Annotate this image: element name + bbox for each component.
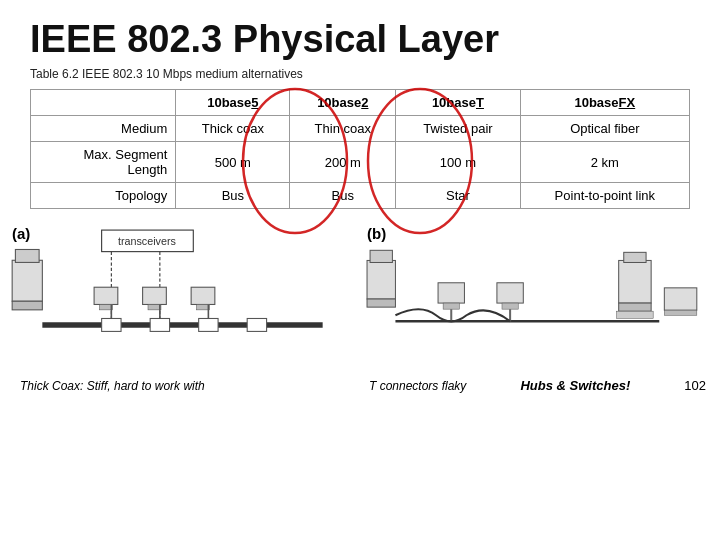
right-caption: T connectors flaky (369, 379, 466, 393)
svg-rect-38 (664, 310, 696, 315)
label-b: (b) (367, 225, 386, 242)
cell-length-fx: 2 km (520, 142, 689, 183)
left-caption: Thick Coax: Stiff, hard to work with (10, 379, 355, 393)
svg-rect-34 (624, 252, 646, 262)
row-label-topology: Topology (31, 183, 176, 209)
svg-rect-8 (102, 318, 121, 331)
svg-rect-9 (150, 318, 169, 331)
svg-rect-18 (148, 304, 161, 309)
svg-rect-4 (12, 301, 42, 310)
cell-topology-5: Bus (176, 183, 290, 209)
col-header-empty (31, 90, 176, 116)
col-header-10baseT: 10baseT (396, 90, 521, 116)
col-header-10baseFX: 10baseFX (520, 90, 689, 116)
cell-topology-2: Bus (290, 183, 396, 209)
cell-medium-t: Twisted pair (396, 116, 521, 142)
thick-coax-diagram: transceivers (10, 223, 355, 373)
table-row: Topology Bus Bus Star Point-to-point lin… (31, 183, 690, 209)
bottom-section: (a) transceivers (0, 213, 720, 393)
cell-length-2: 200 m (290, 142, 396, 183)
right-diagram: (b) (365, 223, 710, 393)
cell-topology-fx: Point-to-point link (520, 183, 689, 209)
svg-rect-11 (247, 318, 266, 331)
svg-rect-31 (502, 303, 518, 309)
label-a: (a) (12, 225, 30, 242)
svg-rect-27 (438, 283, 464, 303)
cell-length-5: 500 m (176, 142, 290, 183)
svg-text:transceivers: transceivers (118, 235, 176, 247)
data-table: 10base5 10base2 10baseT 10baseFX Medium … (0, 89, 720, 209)
cell-medium-fx: Optical fiber (520, 116, 689, 142)
svg-rect-23 (367, 260, 395, 299)
thin-coax-diagram (365, 223, 710, 373)
row-label-medium: Medium (31, 116, 176, 142)
left-diagram: (a) transceivers (10, 223, 355, 393)
cell-medium-5: Thick coax (176, 116, 290, 142)
svg-rect-37 (664, 288, 696, 310)
svg-rect-14 (94, 287, 118, 304)
page-number: 102 (684, 378, 706, 393)
table-subtitle: Table 6.2 IEEE 802.3 10 Mbps medium alte… (0, 67, 720, 89)
svg-rect-2 (12, 260, 42, 301)
svg-rect-28 (443, 303, 459, 309)
cell-length-t: 100 m (396, 142, 521, 183)
table-row: Max. SegmentLength 500 m 200 m 100 m 2 k… (31, 142, 690, 183)
svg-rect-20 (191, 287, 215, 304)
svg-rect-35 (619, 303, 651, 311)
table-row: Medium Thick coax Thin coax Twisted pair… (31, 116, 690, 142)
col-header-10base5: 10base5 (176, 90, 290, 116)
row-label-length: Max. SegmentLength (31, 142, 176, 183)
svg-rect-24 (370, 250, 392, 262)
hubs-note: Hubs & Switches! (520, 378, 630, 393)
svg-rect-21 (197, 304, 210, 309)
cell-topology-t: Star (396, 183, 521, 209)
svg-rect-17 (143, 287, 167, 304)
svg-rect-33 (619, 260, 651, 303)
page-title: IEEE 802.3 Physical Layer (0, 0, 720, 67)
svg-rect-10 (199, 318, 218, 331)
svg-rect-3 (15, 249, 39, 262)
col-header-10base2: 10base2 (290, 90, 396, 116)
svg-rect-15 (99, 304, 112, 309)
svg-rect-30 (497, 283, 523, 303)
cell-medium-2: Thin coax (290, 116, 396, 142)
svg-rect-36 (617, 311, 654, 318)
svg-rect-25 (367, 299, 395, 307)
